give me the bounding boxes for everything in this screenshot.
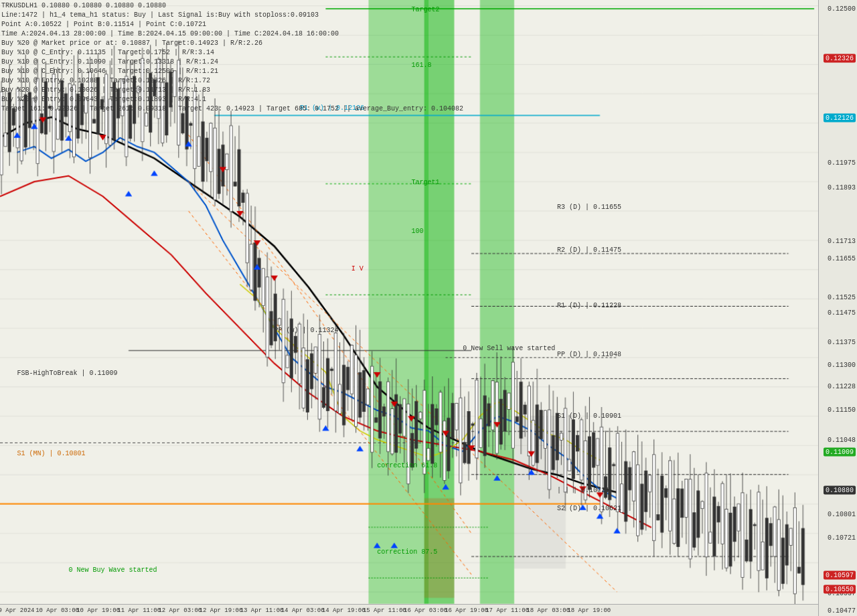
price-label: 0.12126 [824, 113, 856, 122]
price-label: 0.11475 [828, 309, 856, 316]
chart-canvas [0, 0, 857, 616]
price-label: 0.10880 [824, 486, 856, 495]
price-label: 0.12326 [824, 54, 856, 62]
time-label: 10 Apr 03:00 [35, 607, 79, 614]
time-label: 14 Apr 19:00 [322, 607, 366, 614]
time-label: 14 Apr 03:00 [281, 607, 325, 614]
price-label: 0.11525 [828, 294, 856, 301]
time-label: 9 Apr 2024 [0, 607, 34, 614]
time-label: 16 Apr 19:00 [445, 607, 488, 614]
time-label: 15 Apr 11:00 [363, 607, 406, 614]
price-axis: 0.125000.123260.121260.119750.118930.117… [818, 0, 857, 616]
price-label: 0.10597 [824, 570, 856, 579]
time-label: 18 Apr 03:00 [526, 607, 570, 614]
time-label: 12 Apr 19:00 [200, 607, 243, 614]
price-label: 0.10550 [824, 585, 856, 593]
time-label: 10 Apr 19:00 [76, 607, 120, 614]
time-label: 18 Apr 19:00 [567, 607, 611, 614]
price-label: 0.10801 [828, 510, 856, 518]
time-label: 16 Apr 03:00 [404, 607, 447, 614]
price-label: 0.11300 [828, 361, 856, 368]
time-label: 12 Apr 03:00 [158, 607, 202, 614]
time-label: 13 Apr 11:00 [240, 607, 284, 614]
price-label: 0.12500 [828, 5, 856, 13]
time-label: 17 Apr 11:00 [485, 607, 529, 614]
price-label: 0.10721 [828, 534, 856, 542]
price-label: 0.11975 [828, 159, 856, 167]
time-axis: 9 Apr 202410 Apr 03:0010 Apr 19:0011 Apr… [0, 604, 818, 616]
price-label: 0.11375 [828, 339, 856, 346]
price-label: 0.11228 [828, 383, 856, 390]
price-label: 0.11713 [828, 238, 856, 245]
price-label: 0.10477 [828, 607, 856, 615]
price-label: 0.11009 [824, 447, 856, 456]
chart-container: TRKUSDLH1 0.10880 0.10880 0.10880 0.1088… [0, 0, 857, 616]
price-label: 0.11048 [828, 437, 856, 444]
price-label: 0.11150 [828, 406, 856, 413]
price-label: 0.11655 [828, 255, 856, 262]
time-label: 11 Apr 11:00 [117, 607, 161, 614]
price-label: 0.11893 [828, 184, 856, 191]
